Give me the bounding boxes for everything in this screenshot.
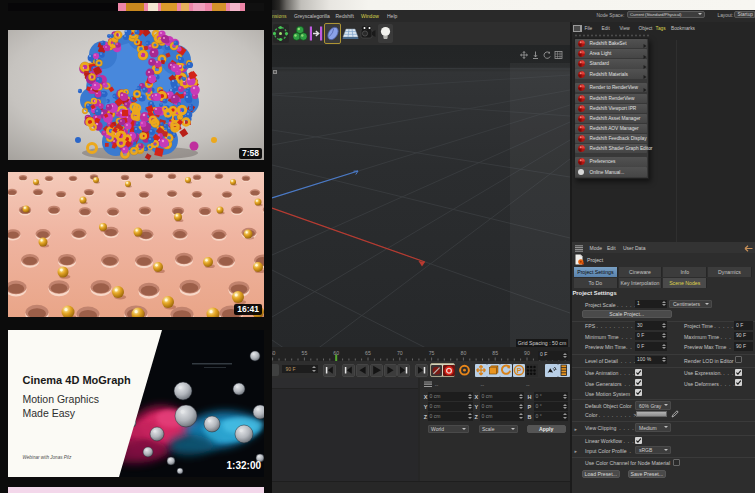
svg-text:80: 80 xyxy=(461,350,467,356)
svg-text:60: 60 xyxy=(333,350,339,356)
svg-text:55: 55 xyxy=(302,350,308,356)
svg-text:P: P xyxy=(516,367,521,374)
svg-text:75: 75 xyxy=(429,350,435,356)
svg-text:85: 85 xyxy=(492,350,498,356)
svg-text:70: 70 xyxy=(397,350,403,356)
svg-text:50: 50 xyxy=(272,350,276,356)
svg-text:65: 65 xyxy=(365,350,371,356)
svg-text:90: 90 xyxy=(524,350,530,356)
